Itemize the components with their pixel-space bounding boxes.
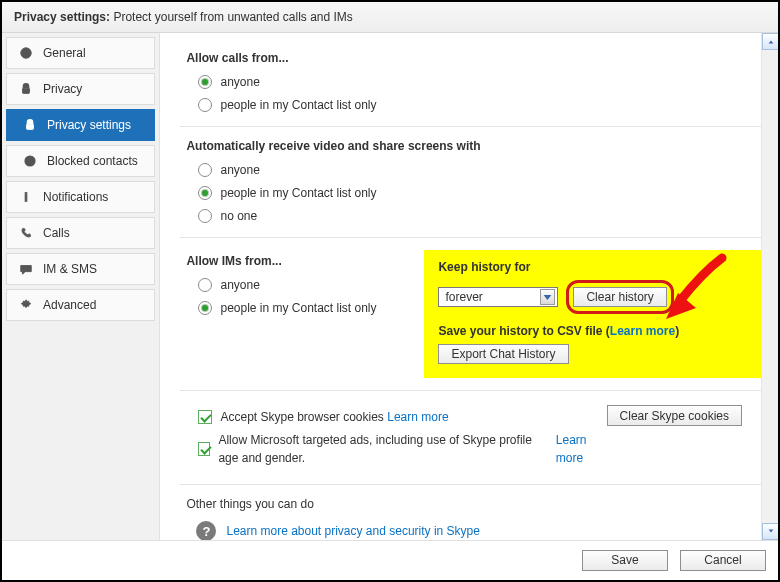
radio-video-contacts[interactable]: people in my Contact list only <box>198 184 756 202</box>
radio-video-noone[interactable]: no one <box>198 207 756 225</box>
checkbox-targeted-ads[interactable]: Allow Microsoft targeted ads, including … <box>198 431 606 467</box>
divider <box>180 237 762 238</box>
radio-calls-contacts[interactable]: people in my Contact list only <box>198 96 756 114</box>
history-highlight-box: Keep history for forever Clear history S… <box>424 250 778 378</box>
blocked-icon <box>21 154 39 168</box>
radio-label: no one <box>220 207 257 225</box>
radio-calls-anyone[interactable]: anyone <box>198 73 756 91</box>
scroll-up-icon[interactable] <box>762 33 778 50</box>
radio-ims-contacts[interactable]: people in my Contact list only <box>198 299 406 317</box>
history-duration-select[interactable]: forever <box>438 287 558 307</box>
radio-icon <box>198 186 212 200</box>
sidebar-item-im-sms[interactable]: IM & SMS <box>6 253 155 285</box>
radio-icon <box>198 301 212 315</box>
cookies-block: Accept Skype browser cookies Learn more … <box>186 403 756 472</box>
privacy-security-learn-more-link[interactable]: Learn more about privacy and security in… <box>226 524 479 538</box>
section-video-title: Automatically receive video and share sc… <box>186 139 756 153</box>
header-title-bold: Privacy settings: <box>14 10 110 24</box>
content-row: S General Privacy Privacy settings Block… <box>2 33 778 540</box>
accept-cookies-learn-more-link[interactable]: Learn more <box>387 408 448 426</box>
sidebar-item-privacy[interactable]: Privacy <box>6 73 155 105</box>
header-title-rest: Protect yourself from unwanted calls and… <box>110 10 353 24</box>
svg-text:S: S <box>23 49 28 58</box>
clear-history-button[interactable]: Clear history <box>573 287 666 307</box>
help-icon: ? <box>196 521 216 540</box>
gear-icon <box>17 298 35 312</box>
radio-icon <box>198 75 212 89</box>
sidebar-item-advanced[interactable]: Advanced <box>6 289 155 321</box>
button-label: Clear history <box>586 290 653 304</box>
sidebar-item-general[interactable]: S General <box>6 37 155 69</box>
history-controls-row: forever Clear history <box>438 280 764 314</box>
main-panel: Allow calls from... anyone people in my … <box>160 33 778 540</box>
radio-label: anyone <box>220 73 259 91</box>
sidebar-item-label: Calls <box>43 226 70 240</box>
sidebar-item-label: Advanced <box>43 298 96 312</box>
sidebar-item-label: Notifications <box>43 190 108 204</box>
divider <box>180 126 762 127</box>
clear-skype-cookies-button[interactable]: Clear Skype cookies <box>607 405 742 426</box>
sidebar-item-privacy-settings[interactable]: Privacy settings <box>6 109 155 141</box>
radio-ims-anyone[interactable]: anyone <box>198 276 406 294</box>
sidebar-item-label: Blocked contacts <box>47 154 138 168</box>
svg-rect-7 <box>25 195 27 201</box>
checkbox-label: Accept Skype browser cookies <box>220 408 383 426</box>
divider <box>180 484 762 485</box>
chat-icon <box>17 262 35 276</box>
history-save-learn-more-link[interactable]: Learn more <box>610 324 675 338</box>
sidebar-item-label: Privacy <box>43 82 82 96</box>
radio-label: anyone <box>220 276 259 294</box>
save-button[interactable]: Save <box>582 550 668 571</box>
ims-history-row: Allow IMs from... anyone people in my Co… <box>186 250 756 378</box>
radio-icon <box>198 278 212 292</box>
svg-rect-6 <box>25 193 27 195</box>
radio-icon <box>198 163 212 177</box>
sidebar-item-blocked-contacts[interactable]: Blocked contacts <box>6 145 155 177</box>
sidebar-item-notifications[interactable]: Notifications <box>6 181 155 213</box>
export-chat-history-button[interactable]: Export Chat History <box>438 344 568 364</box>
ims-col: Allow IMs from... anyone people in my Co… <box>186 250 406 378</box>
svg-point-8 <box>25 304 28 307</box>
scrollbar[interactable] <box>761 33 778 540</box>
button-label: Save <box>611 553 638 567</box>
scroll-down-icon[interactable] <box>762 523 778 540</box>
svg-rect-2 <box>23 88 30 93</box>
targeted-ads-learn-more-link[interactable]: Learn more <box>556 431 607 467</box>
sidebar-item-calls[interactable]: Calls <box>6 217 155 249</box>
button-label: Export Chat History <box>451 347 555 361</box>
section-ims-title: Allow IMs from... <box>186 254 406 268</box>
sidebar: S General Privacy Privacy settings Block… <box>2 33 160 540</box>
button-label: Clear Skype cookies <box>620 409 729 423</box>
history-title: Keep history for <box>438 260 764 274</box>
clear-history-highlight-ring: Clear history <box>566 280 673 314</box>
svg-rect-3 <box>27 124 34 129</box>
cookies-right: Clear Skype cookies <box>607 403 756 426</box>
footer: Save Cancel <box>2 540 778 580</box>
cancel-button[interactable]: Cancel <box>680 550 766 571</box>
history-save-text-b: ) <box>675 324 679 338</box>
checkbox-icon <box>198 410 212 424</box>
lock-icon <box>17 82 35 96</box>
radio-video-anyone[interactable]: anyone <box>198 161 756 179</box>
cookies-left: Accept Skype browser cookies Learn more … <box>186 403 606 472</box>
checkbox-icon <box>198 442 210 456</box>
radio-icon <box>198 209 212 223</box>
radio-icon <box>198 98 212 112</box>
radio-label: people in my Contact list only <box>220 299 376 317</box>
page-header: Privacy settings: Protect yourself from … <box>2 2 778 33</box>
radio-label: people in my Contact list only <box>220 184 376 202</box>
sidebar-item-label: General <box>43 46 86 60</box>
history-save-title: Save your history to CSV file (Learn mor… <box>438 324 764 338</box>
radio-label: anyone <box>220 161 259 179</box>
phone-icon <box>17 226 35 240</box>
checkbox-accept-cookies[interactable]: Accept Skype browser cookies Learn more <box>198 408 606 426</box>
section-calls-title: Allow calls from... <box>186 51 756 65</box>
other-link-row: ? Learn more about privacy and security … <box>196 521 756 540</box>
chevron-down-icon <box>540 289 555 305</box>
other-title: Other things you can do <box>186 497 756 511</box>
lock-icon <box>21 118 39 132</box>
divider <box>180 390 762 391</box>
info-icon <box>17 190 35 204</box>
checkbox-label: Allow Microsoft targeted ads, including … <box>218 431 552 467</box>
radio-label: people in my Contact list only <box>220 96 376 114</box>
